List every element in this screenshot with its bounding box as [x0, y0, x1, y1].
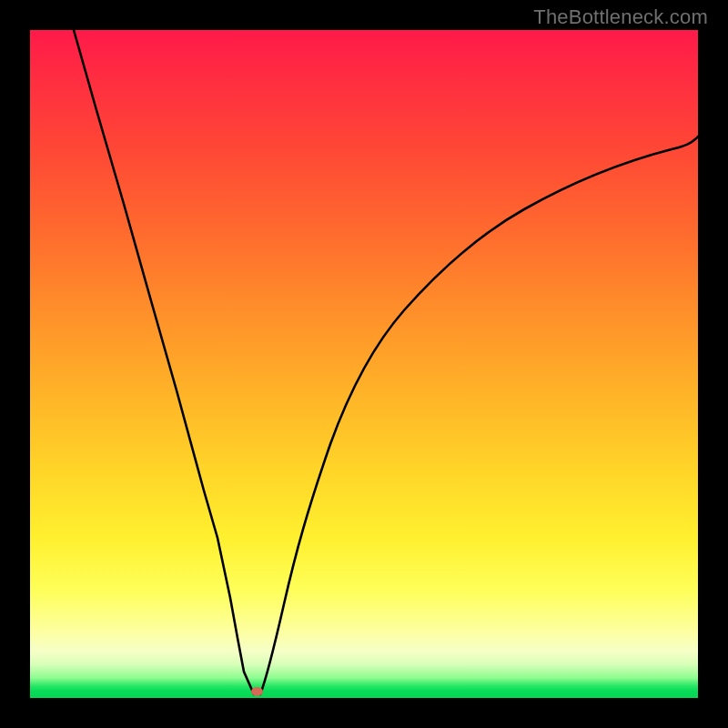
- curve-left-branch: [74, 30, 254, 694]
- bottleneck-curve: [30, 30, 698, 698]
- plot-area: [30, 30, 698, 698]
- min-point-marker: [251, 687, 263, 696]
- curve-right-branch: [260, 136, 698, 694]
- outer-frame: TheBottleneck.com: [0, 0, 728, 728]
- watermark-text: TheBottleneck.com: [533, 5, 708, 29]
